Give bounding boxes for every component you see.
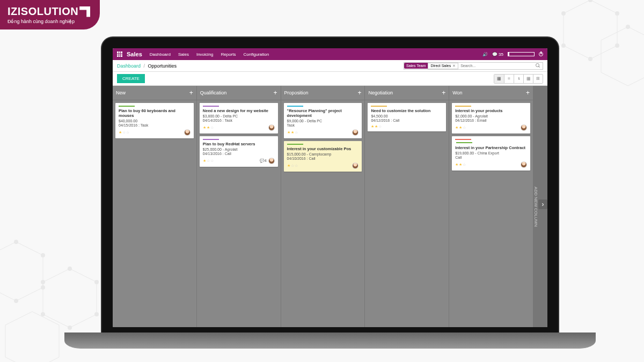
card-stars[interactable]: ★★☆ <box>203 125 214 130</box>
kanban-column: Proposition + "Resource Planning" projec… <box>281 86 365 327</box>
column-header: Won + <box>449 86 533 100</box>
card-stars[interactable]: ★☆☆ <box>287 164 298 168</box>
card-footer: ★☆☆ <box>119 129 191 136</box>
card-footer: ★★☆ <box>287 129 359 136</box>
messages-icon[interactable]: 💬 35 <box>492 52 503 57</box>
card-stars[interactable]: ★★☆ <box>455 125 466 130</box>
menu-reports[interactable]: Reports <box>221 52 236 57</box>
view-graph[interactable]: ⫮ <box>514 75 523 83</box>
column-header: Negotiation + <box>365 86 449 100</box>
card-avatar[interactable] <box>521 124 527 131</box>
kanban-card[interactable]: Plan to buy RedHat servers $25,000.00 - … <box>200 136 278 167</box>
filter-tag: Sales Team <box>404 63 428 69</box>
card-messages[interactable]: 💬4 <box>260 159 267 163</box>
card-avatar[interactable] <box>268 124 275 131</box>
kanban-card[interactable]: Plan to buy 60 keyboards and mouses $40,… <box>115 103 194 138</box>
sound-icon[interactable]: 🔊 <box>482 52 488 57</box>
svg-point-9 <box>68 267 72 271</box>
progress-bar[interactable] <box>508 52 535 56</box>
kanban-card[interactable]: Need a new design for my website $3,800.… <box>200 103 278 134</box>
search-icon[interactable] <box>536 63 541 69</box>
kanban-card[interactable]: "Resource Planning" project development … <box>284 103 362 138</box>
column-title: Qualification <box>200 90 274 95</box>
card-color-bar <box>456 142 472 143</box>
column-add-icon[interactable]: + <box>526 89 530 97</box>
card-subtitle: $2,000.00 - Agrolait <box>455 114 527 118</box>
card-title: Need a new design for my website <box>203 108 275 113</box>
svg-point-6 <box>41 285 45 290</box>
card-stars[interactable]: ★★☆ <box>287 130 298 135</box>
card-stars[interactable]: ★★☆ <box>455 162 466 167</box>
menu-invoicing[interactable]: Invoicing <box>196 52 214 57</box>
kanban-card[interactable]: Interest in your products $2,000.00 - Ag… <box>452 103 530 134</box>
card-footer: ★★☆ <box>455 161 527 168</box>
card-meta: Call <box>455 156 527 159</box>
menu-dashboard[interactable]: Dashboard <box>150 52 171 57</box>
add-column-label: ADD NEW COLUMN <box>533 187 538 227</box>
card-avatar[interactable] <box>184 129 191 136</box>
menu-configuration[interactable]: Configuration <box>244 52 269 57</box>
apps-icon[interactable] <box>117 51 122 57</box>
power-icon[interactable] <box>539 52 543 56</box>
column-body: Need a new design for my website $3,800.… <box>197 100 281 327</box>
card-stars[interactable]: ★☆☆ <box>119 130 130 135</box>
view-pivot[interactable]: ⊞ <box>533 75 543 83</box>
card-title: Plan to buy RedHat servers <box>203 142 275 146</box>
kanban-column: Qualification + Need a new design for my… <box>197 86 281 327</box>
svg-marker-2 <box>5 312 59 362</box>
svg-point-7 <box>14 299 18 303</box>
svg-point-11 <box>94 312 99 316</box>
kanban-column: Won + Interest in your products $2,000.0… <box>449 86 533 327</box>
card-title: Interest in your Partnership Contract <box>455 145 527 150</box>
column-add-icon[interactable]: + <box>274 89 277 97</box>
card-meta: 04/12/2016 : Email <box>455 119 527 122</box>
breadcrumb: Dashboard / Opportunities <box>117 63 177 69</box>
view-calendar[interactable]: ▦ <box>523 75 533 83</box>
card-color-bar <box>455 106 471 107</box>
svg-marker-16 <box>601 27 644 86</box>
kanban-card[interactable]: Interest in your Partnership Contract $1… <box>452 136 530 171</box>
card-avatar[interactable] <box>521 161 527 168</box>
create-button[interactable]: CREATE <box>117 74 145 83</box>
breadcrumb-parent[interactable]: Dashboard <box>117 63 141 69</box>
svg-point-17 <box>588 0 592 2</box>
card-meta: 04/15/2016 : Task <box>119 123 191 127</box>
search-input[interactable] <box>458 64 536 68</box>
column-header: Qualification + <box>197 86 281 100</box>
card-meta: 04/13/2016 : Call <box>203 152 275 156</box>
view-list[interactable]: ≡ <box>504 75 514 83</box>
svg-point-22 <box>561 43 566 48</box>
view-kanban[interactable]: ▦ <box>494 75 504 83</box>
kanban-card[interactable]: Need to customize the solution $4,500.00… <box>368 103 446 131</box>
chevron-right-icon[interactable]: › <box>538 200 547 209</box>
column-title: New <box>116 90 189 95</box>
search-wrap[interactable]: Sales Team Direct Sales✕ <box>404 62 543 70</box>
card-avatar[interactable] <box>268 158 275 164</box>
card-avatar[interactable] <box>352 162 358 169</box>
laptop-mockup: Sales Dashboard Sales Invoicing Reports … <box>102 38 558 338</box>
card-meta: Task <box>287 123 359 127</box>
brand-name: IZISOLUTION <box>8 5 78 18</box>
card-subtitle: $25,000.00 - Agrolait <box>203 147 275 151</box>
svg-marker-1 <box>43 269 97 328</box>
add-column-strip[interactable]: ›ADD NEW COLUMN <box>533 86 547 327</box>
card-avatar[interactable] <box>352 129 358 136</box>
svg-point-4 <box>41 253 45 257</box>
menu-sales[interactable]: Sales <box>178 52 189 57</box>
column-add-icon[interactable]: + <box>442 89 445 97</box>
app-screen: Sales Dashboard Sales Invoicing Reports … <box>113 48 547 327</box>
card-subtitle: $19,800.00 - China Export <box>455 151 527 155</box>
column-add-icon[interactable]: + <box>189 89 193 97</box>
filter-remove-icon[interactable]: ✕ <box>452 64 456 68</box>
card-stars[interactable]: ★★☆ <box>371 124 382 129</box>
card-meta: 04/12/2016 : Call <box>371 119 443 122</box>
card-meta: 04/14/2016 : Task <box>203 119 275 122</box>
card-stars[interactable]: ★☆☆ <box>203 159 214 163</box>
column-add-icon[interactable]: + <box>357 89 361 97</box>
brand-arrow-icon <box>79 6 90 17</box>
column-body: Need to customize the solution $4,500.00… <box>365 100 449 327</box>
svg-point-3 <box>14 240 18 244</box>
kanban-card[interactable]: Interest in your customizable Pos $15,00… <box>284 141 362 172</box>
card-color-bar <box>371 106 387 107</box>
column-title: Proposition <box>284 90 358 95</box>
